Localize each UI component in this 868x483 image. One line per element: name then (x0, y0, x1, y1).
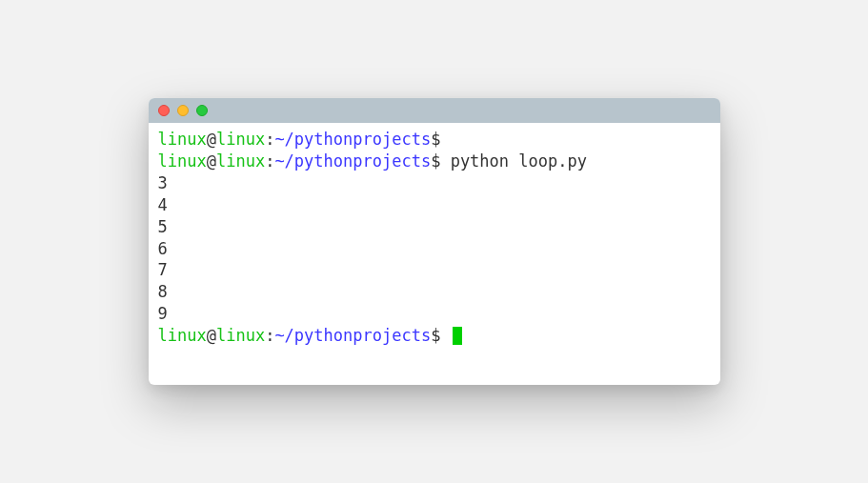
terminal-line: linux@linux:~/pythonprojects$ (158, 325, 711, 347)
output-text: 3 (158, 173, 168, 192)
output-text: 4 (158, 195, 168, 214)
terminal-line: 7 (158, 259, 711, 281)
close-icon[interactable] (158, 105, 170, 116)
prompt-path: ~/pythonprojects (274, 130, 431, 149)
terminal-line: 3 (158, 172, 711, 194)
prompt-at: @ (207, 151, 216, 171)
terminal-line: linux@linux:~/pythonprojects$ (158, 129, 711, 151)
maximize-icon[interactable] (196, 105, 208, 116)
prompt-user: linux (158, 326, 207, 345)
prompt-host: linux (216, 326, 265, 345)
prompt-colon: : (265, 151, 274, 171)
prompt-at: @ (207, 326, 216, 345)
prompt-host: linux (216, 130, 265, 149)
terminal-line: linux@linux:~/pythonprojects$ python loo… (158, 151, 711, 172)
prompt-dollar: $ (431, 151, 440, 171)
command-text: python loop.py (451, 151, 587, 171)
window-titlebar (149, 98, 720, 123)
terminal-line: 9 (158, 303, 711, 325)
prompt-user: linux (158, 130, 207, 149)
output-text: 8 (158, 282, 168, 301)
output-text: 6 (158, 239, 168, 258)
output-text: 5 (158, 217, 168, 236)
terminal-line: 6 (158, 238, 711, 260)
prompt-path: ~/pythonprojects (274, 326, 431, 345)
prompt-at: @ (207, 130, 216, 149)
terminal-window: linux@linux:~/pythonprojects$ linux@linu… (149, 98, 720, 385)
output-text: 9 (158, 304, 168, 323)
terminal-body[interactable]: linux@linux:~/pythonprojects$ linux@linu… (149, 123, 720, 385)
minimize-icon[interactable] (177, 105, 189, 116)
output-text: 7 (158, 260, 168, 279)
terminal-line: 4 (158, 194, 711, 216)
prompt-path: ~/pythonprojects (274, 151, 431, 171)
terminal-line: 5 (158, 216, 711, 238)
prompt-host: linux (216, 151, 265, 171)
terminal-line: 8 (158, 281, 711, 303)
cursor-block (453, 327, 462, 345)
prompt-user: linux (158, 151, 207, 171)
prompt-colon: : (265, 326, 274, 345)
prompt-dollar: $ (431, 326, 440, 345)
prompt-colon: : (265, 130, 274, 149)
prompt-dollar: $ (431, 130, 440, 149)
